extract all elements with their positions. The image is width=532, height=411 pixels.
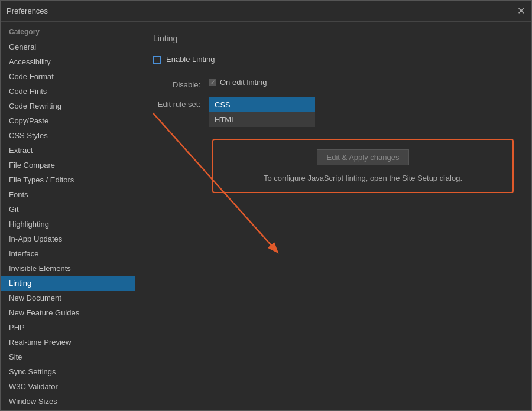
main-content: Category General Accessibility Code Form…: [1, 22, 531, 410]
disable-label: Disable:: [153, 78, 200, 89]
edit-rule-set-row: Edit rule set: CSS HTML: [153, 97, 514, 127]
sidebar-item-code-format[interactable]: Code Format: [1, 69, 135, 84]
sidebar-item-w3c-validator[interactable]: W3C Validator: [1, 379, 135, 394]
content-area: Linting Enable Linting Disable: On edit …: [135, 22, 531, 410]
edit-apply-button[interactable]: Edit & Apply changes: [317, 149, 410, 165]
rule-set-option-html[interactable]: HTML: [209, 112, 315, 127]
on-edit-linting-checkbox[interactable]: [209, 79, 216, 86]
javascript-linting-info-text: To configure JavaScript linting, open th…: [225, 174, 501, 182]
sidebar-item-extract[interactable]: Extract: [1, 143, 135, 158]
sidebar-item-new-document[interactable]: New Document: [1, 291, 135, 305]
sidebar-item-site[interactable]: Site: [1, 350, 135, 364]
rule-set-option-css[interactable]: CSS: [209, 97, 315, 112]
sidebar-item-git[interactable]: Git: [1, 202, 135, 217]
sidebar-item-sync-settings[interactable]: Sync Settings: [1, 364, 135, 379]
sidebar-item-linting[interactable]: Linting: [1, 276, 135, 291]
sidebar-item-invisible-elements[interactable]: Invisible Elements: [1, 261, 135, 276]
close-button[interactable]: ✕: [516, 6, 525, 16]
sidebar-item-file-types-editors[interactable]: File Types / Editors: [1, 172, 135, 187]
section-title: Linting: [153, 34, 514, 43]
sidebar-item-general[interactable]: General: [1, 40, 135, 54]
on-edit-linting-label: On edit linting: [220, 78, 267, 87]
sidebar-item-code-hints[interactable]: Code Hints: [1, 84, 135, 99]
sidebar-item-interface[interactable]: Interface: [1, 246, 135, 261]
sidebar-item-copy-paste[interactable]: Copy/Paste: [1, 113, 135, 128]
sidebar: Category General Accessibility Code Form…: [1, 22, 135, 410]
sidebar-item-fonts[interactable]: Fonts: [1, 187, 135, 202]
javascript-linting-info-box: Edit & Apply changes To configure JavaSc…: [212, 139, 514, 193]
sidebar-item-new-feature-guides[interactable]: New Feature Guides: [1, 305, 135, 320]
title-bar: Preferences ✕: [1, 1, 531, 22]
sidebar-item-in-app-updates[interactable]: In-App Updates: [1, 231, 135, 246]
disable-row: Disable: On edit linting: [153, 78, 514, 89]
preferences-window: Preferences ✕ Category General Accessibi…: [0, 0, 532, 411]
sidebar-item-highlighting[interactable]: Highlighting: [1, 217, 135, 231]
sidebar-item-accessibility[interactable]: Accessibility: [1, 54, 135, 69]
sidebar-header: Category: [1, 22, 135, 40]
enable-linting-label: Enable Linting: [166, 55, 215, 64]
edit-rule-set-label: Edit rule set:: [153, 97, 200, 109]
enable-linting-row: Enable Linting: [153, 55, 514, 64]
sidebar-item-css-styles[interactable]: CSS Styles: [1, 128, 135, 143]
disable-value: On edit linting: [209, 78, 267, 87]
sidebar-item-code-rewriting[interactable]: Code Rewriting: [1, 99, 135, 113]
sidebar-item-file-compare[interactable]: File Compare: [1, 158, 135, 172]
sidebar-item-real-time-preview[interactable]: Real-time Preview: [1, 335, 135, 350]
enable-linting-checkbox[interactable]: [153, 56, 161, 64]
rule-set-dropdown: CSS HTML: [209, 97, 315, 127]
sidebar-item-php[interactable]: PHP: [1, 320, 135, 335]
sidebar-item-window-sizes[interactable]: Window Sizes: [1, 394, 135, 409]
window-title: Preferences: [7, 6, 48, 15]
